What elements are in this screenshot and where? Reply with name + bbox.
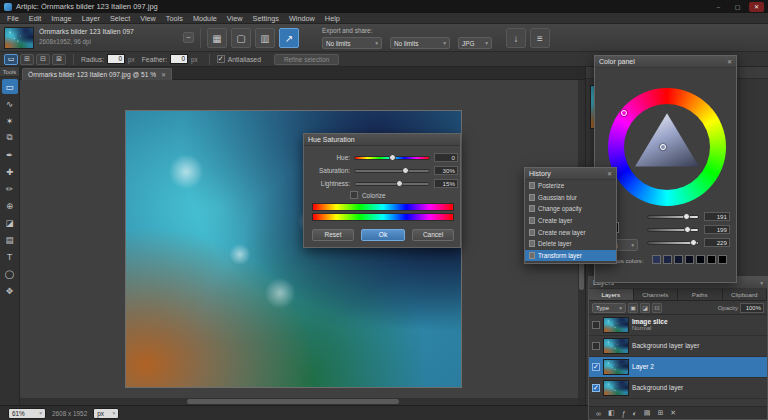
ok-button[interactable]: Ok: [361, 229, 405, 241]
slider-handle[interactable]: [684, 226, 691, 233]
slider-handle[interactable]: [389, 154, 396, 161]
channel-value-input[interactable]: 199: [704, 225, 730, 234]
layer-type-dropdown[interactable]: Type▾: [592, 303, 626, 313]
layer-visibility-checkbox[interactable]: [592, 384, 600, 392]
layer-effects-icon[interactable]: ƒ: [622, 410, 626, 417]
export-size-dropdown[interactable]: No limits▾: [322, 37, 382, 49]
history-panel-header[interactable]: History ✕: [525, 168, 616, 180]
document-thumbnail[interactable]: [4, 27, 34, 49]
marquee-select-tool[interactable]: ▭: [2, 79, 18, 94]
filter-pixel-layers-icon[interactable]: ▣: [628, 303, 638, 313]
menu-item[interactable]: Layer: [77, 14, 105, 23]
close-icon[interactable]: ✕: [727, 58, 732, 65]
magic-wand-tool[interactable]: ✶: [2, 113, 18, 128]
history-step[interactable]: Posterize: [525, 180, 616, 192]
text-tool[interactable]: T: [2, 249, 18, 264]
color-channel-slider[interactable]: 191: [647, 212, 730, 221]
menu-item[interactable]: Help: [320, 14, 345, 23]
menu-icon[interactable]: ≡: [530, 28, 550, 48]
new-layer-icon[interactable]: ⊞: [657, 409, 663, 417]
clone-stamp-tool[interactable]: ⊕: [2, 198, 18, 213]
lock-layer-icon[interactable]: ⊡: [652, 303, 662, 313]
share-icon[interactable]: ↗: [279, 28, 299, 48]
crop-tool[interactable]: ⧉: [2, 130, 18, 145]
history-step[interactable]: Create new layer: [525, 226, 616, 238]
download-icon[interactable]: ↓: [506, 28, 526, 48]
menu-item[interactable]: Settings: [248, 14, 284, 23]
slider-handle[interactable]: [402, 167, 409, 174]
new-selection-icon[interactable]: ▭: [4, 54, 18, 65]
colorize-checkbox[interactable]: [350, 191, 358, 199]
color-wheel[interactable]: [608, 88, 726, 206]
layer-group-icon[interactable]: ▤: [644, 409, 651, 417]
layer-visibility-checkbox[interactable]: [592, 342, 600, 350]
hue-slider[interactable]: [354, 156, 430, 160]
menu-item[interactable]: Window: [284, 14, 320, 23]
reset-button[interactable]: Reset: [312, 229, 354, 241]
color-swatch[interactable]: [685, 255, 694, 264]
layers-tab[interactable]: Paths: [678, 289, 723, 300]
layer-visibility-checkbox[interactable]: [592, 363, 600, 371]
healing-tool[interactable]: ✚: [2, 164, 18, 179]
export-quality-dropdown[interactable]: No limits▾: [390, 37, 450, 49]
export-format-dropdown[interactable]: JPG▾: [458, 37, 492, 49]
channel-value-input[interactable]: 229: [704, 238, 730, 247]
slider-handle[interactable]: [396, 180, 403, 187]
layers-tab[interactable]: Channels: [634, 289, 679, 300]
Background layer[interactable]: Background layer: [589, 378, 767, 399]
minimize-button[interactable]: –: [711, 2, 726, 12]
layers-tab[interactable]: Clipboard: [723, 289, 768, 300]
history-step[interactable]: Create layer: [525, 215, 616, 227]
move-tool[interactable]: ✥: [2, 283, 18, 298]
menu-item[interactable]: View: [222, 14, 248, 23]
color-swatch[interactable]: [674, 255, 683, 264]
antialiased-checkbox[interactable]: [217, 55, 225, 63]
cancel-button[interactable]: Cancel: [412, 229, 454, 241]
menu-item[interactable]: Module: [188, 14, 222, 23]
open-image-icon[interactable]: ▢: [231, 28, 251, 48]
hue-ring-selector[interactable]: [621, 110, 627, 116]
link-layer-icon[interactable]: ∞: [596, 410, 601, 417]
refine-selection-button[interactable]: Refine selection: [274, 54, 339, 65]
menu-item[interactable]: View: [135, 14, 161, 23]
radius-input[interactable]: 0: [107, 54, 125, 64]
color-swatch[interactable]: [663, 255, 672, 264]
eyedropper-tool[interactable]: ✒: [2, 147, 18, 162]
lightness-value-input[interactable]: 15%: [434, 179, 458, 188]
slider-handle[interactable]: [690, 239, 697, 246]
opacity-input[interactable]: 100%: [740, 303, 764, 313]
scrollbar-thumb[interactable]: [187, 399, 399, 404]
layer-thumbnail[interactable]: [603, 338, 629, 354]
close-button[interactable]: ✕: [749, 2, 764, 12]
saturation-value-input[interactable]: 30%: [434, 166, 458, 175]
color-swatch[interactable]: [652, 255, 661, 264]
history-step[interactable]: Delete layer: [525, 238, 616, 250]
layer-mask-icon[interactable]: ◧: [608, 409, 615, 417]
collapse-button[interactable]: –: [183, 32, 194, 43]
color-channel-slider[interactable]: 199: [647, 225, 730, 234]
history-step[interactable]: Transform layer: [525, 250, 616, 262]
layer-thumbnail[interactable]: [603, 380, 629, 396]
lasso-tool[interactable]: ∿: [2, 96, 18, 111]
channel-value-input[interactable]: 191: [704, 212, 730, 221]
color-channel-slider[interactable]: 229: [647, 238, 730, 247]
menu-item[interactable]: File: [2, 14, 24, 23]
slider-handle[interactable]: [683, 213, 690, 220]
chevron-down-icon[interactable]: ▾: [760, 280, 763, 286]
feather-input[interactable]: 0: [170, 54, 188, 64]
triangle-selector[interactable]: [660, 144, 666, 150]
print-icon[interactable]: ▥: [255, 28, 275, 48]
menu-item[interactable]: Tools: [161, 14, 188, 23]
color-swatch[interactable]: [718, 255, 727, 264]
close-icon[interactable]: ✕: [607, 170, 612, 177]
subtract-selection-icon[interactable]: ⊟: [36, 54, 50, 65]
unit-dropdown[interactable]: px▾: [93, 408, 119, 419]
shape-tool[interactable]: ◯: [2, 266, 18, 281]
add-selection-icon[interactable]: ⊞: [20, 54, 34, 65]
horizontal-scrollbar[interactable]: [20, 398, 578, 405]
color-swatch[interactable]: [696, 255, 705, 264]
history-step[interactable]: Change opacity: [525, 203, 616, 215]
layers-tab[interactable]: Layers: [589, 289, 634, 300]
delete-layer-icon[interactable]: ✕: [670, 409, 676, 417]
Layer 2[interactable]: Layer 2: [589, 357, 767, 378]
